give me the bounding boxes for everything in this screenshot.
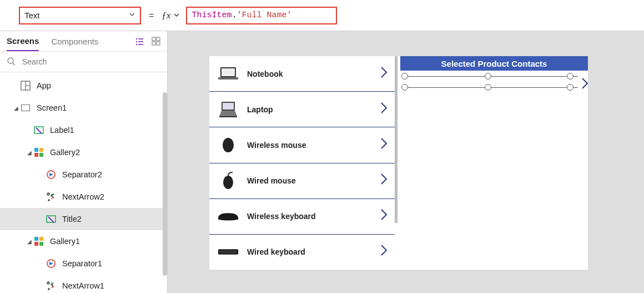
chevron-right-icon[interactable] (380, 244, 388, 260)
fx-dropdown[interactable]: ƒx (162, 10, 179, 21)
fx-icon: ƒx (162, 10, 170, 21)
product-name: Wired mouse (247, 176, 380, 185)
selection-handle[interactable] (567, 84, 573, 91)
gallery-item[interactable]: Wireless keyboard (209, 199, 395, 235)
gallery-item[interactable]: Wired keyboard (209, 235, 395, 270)
product-name: Wired keyboard (247, 247, 380, 256)
tree-view-options-icon[interactable] (135, 37, 144, 46)
equals-sign: = (149, 11, 154, 21)
selection-handle[interactable] (485, 73, 491, 80)
label-icon (33, 125, 44, 136)
svg-rect-37 (218, 77, 238, 80)
canvas[interactable]: Notebook Laptop (168, 31, 644, 293)
tree-node-label: Gallery1 (50, 237, 80, 246)
svg-point-43 (223, 176, 233, 189)
gallery-item[interactable]: Notebook (209, 56, 395, 92)
tree-node-title2[interactable]: Title2 (0, 208, 167, 230)
svg-rect-28 (39, 237, 43, 241)
chevron-right-icon[interactable] (380, 208, 388, 224)
svg-point-2 (136, 41, 137, 42)
caret-expanded-icon[interactable]: ◢ (12, 105, 20, 111)
tree-node-label: Screen1 (37, 103, 67, 112)
gallery-item[interactable]: Laptop (209, 92, 395, 127)
tree-node-nextarrow1[interactable]: NextArrow1 (0, 275, 167, 293)
svg-line-26 (48, 217, 54, 222)
nextarrow-icon (46, 280, 57, 291)
svg-rect-36 (222, 68, 235, 76)
tree-view: App ◢ Screen1 Label1 ◢ (0, 72, 167, 293)
svg-rect-39 (223, 103, 234, 110)
svg-rect-30 (39, 242, 43, 246)
svg-rect-6 (152, 37, 155, 41)
separator-icon (46, 169, 57, 180)
tree-node-label: Separator2 (62, 170, 102, 179)
selection-handle[interactable] (401, 84, 408, 91)
svg-marker-32 (49, 262, 53, 265)
caret-expanded-icon[interactable]: ◢ (26, 239, 33, 245)
chevron-right-icon[interactable] (380, 137, 388, 153)
tab-screens[interactable]: Screens (7, 31, 39, 51)
svg-rect-7 (157, 37, 160, 41)
product-gallery[interactable]: Notebook Laptop (209, 56, 395, 270)
app-icon (20, 80, 31, 91)
formula-input[interactable]: ThisItem.'Full Name' (186, 7, 337, 24)
product-image (217, 100, 239, 120)
svg-line-11 (13, 63, 15, 65)
tab-components[interactable]: Components (51, 31, 98, 51)
tree-node-gallery1[interactable]: ◢ Gallery1 (0, 230, 167, 252)
screen-icon (20, 102, 31, 113)
grid-view-icon[interactable] (152, 37, 160, 46)
scrollbar-thumb[interactable] (163, 92, 167, 276)
property-selector[interactable]: Text (19, 7, 141, 24)
selection-handle[interactable] (567, 73, 573, 80)
chevron-right-icon[interactable] (380, 102, 388, 117)
svg-rect-5 (138, 44, 143, 45)
tree-node-app[interactable]: App (0, 75, 167, 97)
search-input[interactable] (21, 57, 160, 67)
tree-node-label: Title2 (62, 215, 82, 224)
svg-point-42 (223, 138, 234, 152)
label-icon (46, 213, 57, 225)
product-image (217, 206, 239, 226)
chevron-right-icon[interactable] (380, 66, 388, 82)
svg-line-16 (36, 128, 42, 133)
screen-preview: Notebook Laptop (209, 56, 588, 270)
selection-handle[interactable] (401, 73, 408, 80)
tree-node-nextarrow2[interactable]: NextArrow2 (0, 186, 167, 208)
selection-border (405, 76, 578, 77)
chevron-right-icon[interactable] (581, 77, 589, 93)
svg-rect-41 (219, 116, 237, 117)
formula-token-thisitem: ThisItem (192, 11, 232, 20)
gallery-item[interactable]: Wired mouse (209, 163, 395, 199)
tree-search[interactable] (0, 51, 167, 72)
selection-handle[interactable] (485, 84, 491, 91)
tree-node-gallery2[interactable]: ◢ Gallery2 (0, 141, 167, 163)
nextarrow-icon (46, 191, 57, 202)
gallery-item[interactable]: Wireless mouse (209, 127, 395, 163)
svg-rect-1 (138, 38, 143, 39)
contacts-gallery-selected[interactable] (400, 71, 588, 98)
svg-rect-9 (157, 42, 160, 45)
product-image (217, 135, 239, 155)
contacts-title: Selected Product Contacts (400, 56, 588, 71)
svg-marker-22 (49, 173, 53, 176)
tree-node-separator2[interactable]: Separator2 (0, 163, 167, 186)
svg-rect-19 (34, 153, 38, 157)
svg-rect-8 (152, 42, 155, 45)
svg-point-4 (136, 44, 137, 45)
svg-rect-27 (34, 237, 38, 241)
tree-node-label1[interactable]: Label1 (0, 119, 167, 141)
svg-point-10 (8, 58, 13, 63)
product-name: Notebook (247, 69, 380, 78)
tree-view-panel: Screens Components (0, 31, 168, 293)
workspace: Screens Components (0, 31, 644, 293)
caret-expanded-icon[interactable]: ◢ (26, 150, 33, 156)
scrollbar-thumb[interactable] (395, 56, 398, 223)
tree-node-separator1[interactable]: Separator1 (0, 252, 167, 275)
product-name: Wireless mouse (247, 141, 380, 150)
chevron-right-icon[interactable] (380, 173, 388, 188)
tree-node-label: Gallery2 (50, 148, 80, 157)
svg-rect-18 (39, 148, 43, 152)
tree-node-screen1[interactable]: ◢ Screen1 (0, 97, 167, 119)
svg-rect-3 (138, 41, 143, 42)
